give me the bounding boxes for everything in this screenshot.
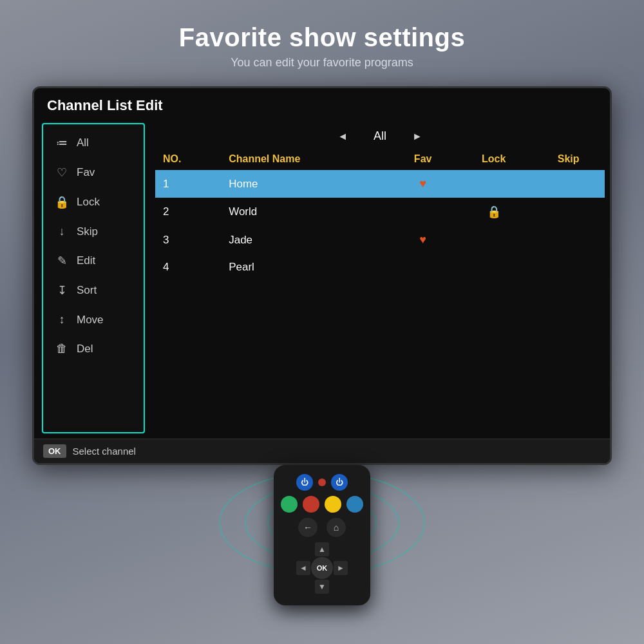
sidebar-item-fav[interactable]: ♡ Fav <box>43 158 144 187</box>
sidebar-item-skip[interactable]: ↓ Skip <box>43 217 144 246</box>
dpad-left-button[interactable]: ◄ <box>296 561 310 575</box>
cell-lock <box>455 170 532 198</box>
sidebar: ≔ All ♡ Fav 🔒 Lock ↓ Skip ✎ Edit <box>42 123 145 433</box>
move-icon: ↕ <box>55 313 69 327</box>
fav-heart-icon: ♥ <box>419 177 426 190</box>
table-row[interactable]: 2 World 🔒 <box>155 198 605 226</box>
dpad: ▲ ▼ ◄ ► OK <box>296 542 348 594</box>
cell-name: Pearl <box>221 254 390 281</box>
cell-no: 1 <box>155 170 221 198</box>
sidebar-item-edit[interactable]: ✎ Edit <box>43 246 144 276</box>
col-header-skip: Skip <box>532 148 605 170</box>
cell-skip <box>532 198 605 226</box>
home-button[interactable]: ⌂ <box>327 518 346 537</box>
yellow-button[interactable] <box>325 496 341 513</box>
col-header-no: NO. <box>155 148 221 170</box>
cell-name: World <box>221 198 390 226</box>
dpad-up-button[interactable]: ▲ <box>315 542 329 556</box>
remote-control: ⏻ ⏻ ← ⌂ ▲ ▼ ◄ ► OK <box>274 465 370 605</box>
sidebar-label-lock: Lock <box>77 196 100 209</box>
tv-frame: Channel List Edit ≔ All ♡ Fav 🔒 Lock ↓ <box>32 86 612 465</box>
remote-top-row: ⏻ ⏻ <box>296 474 348 491</box>
page-subtitle: You can edit your favorite programs <box>179 56 465 70</box>
lock-sidebar-icon: 🔒 <box>55 195 69 209</box>
table-row[interactable]: 1 Home ♥ <box>155 170 605 198</box>
cell-name: Home <box>221 170 390 198</box>
table-row[interactable]: 3 Jade ♥ <box>155 226 605 254</box>
red-button[interactable] <box>303 496 319 513</box>
sort-icon: ↧ <box>55 283 69 298</box>
edit-icon: ✎ <box>55 254 69 268</box>
nav-label: All <box>374 129 386 143</box>
lock-row-icon: 🔒 <box>487 205 501 218</box>
nav-right-arrow[interactable]: ► <box>412 131 422 142</box>
skip-icon: ↓ <box>55 225 69 238</box>
sidebar-label-fav: Fav <box>77 166 95 179</box>
dpad-right-button[interactable]: ► <box>334 561 348 575</box>
channel-nav: ◄ All ► <box>155 123 605 148</box>
sidebar-label-skip: Skip <box>77 225 98 238</box>
sidebar-label-sort: Sort <box>77 284 97 297</box>
screen-title: Channel List Edit <box>34 88 610 123</box>
table-row[interactable]: 4 Pearl <box>155 254 605 281</box>
table-header-row: NO. Channel Name Fav Lock Skip <box>155 148 605 170</box>
green-button[interactable] <box>281 496 298 513</box>
page-header: Favorite show settings You can edit your… <box>179 0 465 80</box>
cell-no: 3 <box>155 226 221 254</box>
cell-no: 2 <box>155 198 221 226</box>
record-dot[interactable] <box>318 478 326 486</box>
statusbar-text: Select channel <box>73 446 136 457</box>
stb-power-button[interactable]: ⏻ <box>296 474 313 491</box>
sidebar-item-lock[interactable]: 🔒 Lock <box>43 187 144 217</box>
tv-power-button[interactable]: ⏻ <box>331 474 348 491</box>
col-header-fav: Fav <box>390 148 455 170</box>
sidebar-label-all: All <box>77 137 89 149</box>
cell-fav: ♥ <box>390 226 455 254</box>
cell-fav: ♥ <box>390 170 455 198</box>
fav-heart-icon: ♥ <box>419 233 426 246</box>
channel-table: NO. Channel Name Fav Lock Skip 1 Home ♥ <box>155 148 605 281</box>
sidebar-item-del[interactable]: 🗑 Del <box>43 334 144 363</box>
sidebar-label-del: Del <box>77 343 93 355</box>
dpad-down-button[interactable]: ▼ <box>315 580 329 594</box>
fav-icon: ♡ <box>55 166 69 180</box>
cell-skip <box>532 254 605 281</box>
cell-lock: 🔒 <box>455 198 532 226</box>
blue-button[interactable] <box>346 496 363 513</box>
cell-skip <box>532 170 605 198</box>
nav-icons-row: ← ⌂ <box>298 518 346 537</box>
ok-button[interactable]: OK <box>311 557 333 579</box>
screen-content: ≔ All ♡ Fav 🔒 Lock ↓ Skip ✎ Edit <box>34 123 610 439</box>
cell-fav <box>390 198 455 226</box>
all-icon: ≔ <box>55 136 69 150</box>
cell-name: Jade <box>221 226 390 254</box>
channel-area: ◄ All ► NO. Channel Name Fav Lock Skip <box>150 123 610 439</box>
nav-left-arrow[interactable]: ◄ <box>337 131 348 142</box>
sidebar-item-move[interactable]: ↕ Move <box>43 305 144 334</box>
del-icon: 🗑 <box>55 342 69 355</box>
cell-no: 4 <box>155 254 221 281</box>
col-header-lock: Lock <box>455 148 532 170</box>
remote-area: ⏻ ⏻ ← ⌂ ▲ ▼ ◄ ► OK <box>274 459 370 594</box>
tv-screen: Channel List Edit ≔ All ♡ Fav 🔒 Lock ↓ <box>34 88 610 463</box>
color-buttons-row <box>281 496 363 513</box>
cell-lock <box>455 226 532 254</box>
sidebar-item-sort[interactable]: ↧ Sort <box>43 276 144 305</box>
page-title: Favorite show settings <box>179 23 465 52</box>
sidebar-label-edit: Edit <box>77 254 95 267</box>
cell-lock <box>455 254 532 281</box>
sidebar-label-move: Move <box>77 314 104 327</box>
sidebar-item-all[interactable]: ≔ All <box>43 128 144 158</box>
cell-skip <box>532 226 605 254</box>
col-header-name: Channel Name <box>221 148 390 170</box>
ok-badge: OK <box>43 444 66 458</box>
back-button[interactable]: ← <box>298 518 317 537</box>
cell-fav <box>390 254 455 281</box>
